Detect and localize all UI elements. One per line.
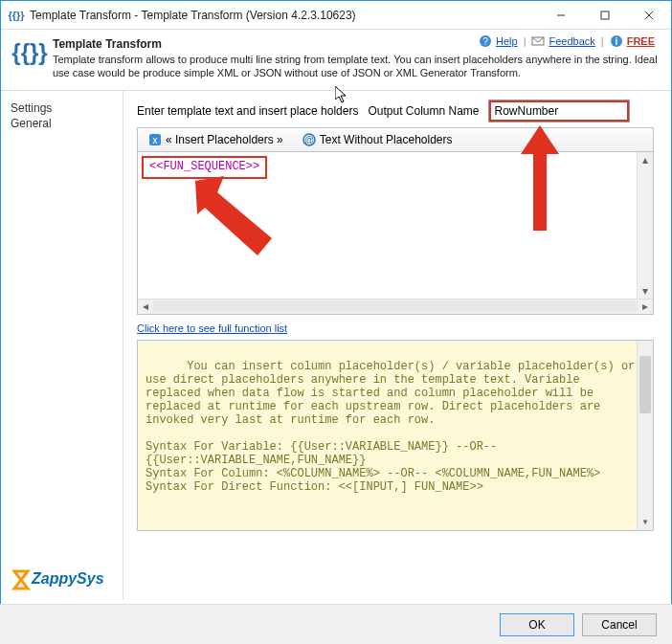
help-links: ? Help | Feedback | i FREE (479, 34, 655, 48)
svg-text:i: i (615, 36, 617, 47)
feedback-link[interactable]: Feedback (549, 35, 594, 47)
cancel-button[interactable]: Cancel (582, 613, 657, 636)
help-link[interactable]: Help (496, 35, 518, 47)
free-link[interactable]: FREE (627, 35, 655, 47)
scroll-up-icon[interactable]: ▴ (638, 152, 653, 167)
header-subtitle: Template transform allows to produce mul… (53, 53, 658, 80)
footer: OK Cancel (0, 604, 672, 644)
output-column-label: Output Column Name (368, 104, 479, 118)
scroll-down-icon[interactable]: ▾ (638, 283, 653, 299)
template-editor[interactable]: <<FUN_SEQUENCE>> ▴ ▾ ◂ ▸ (137, 152, 654, 315)
sidebar-item-settings[interactable]: Settings (11, 100, 113, 116)
at-icon: @ (302, 133, 316, 146)
help-icon: ? (479, 34, 492, 48)
sidebar: Settings General ZappySys (1, 91, 123, 600)
ok-button[interactable]: OK (500, 613, 574, 636)
svg-text:?: ? (482, 36, 488, 47)
enter-template-label: Enter template text and insert place hol… (137, 104, 358, 118)
scroll-thumb[interactable] (639, 356, 651, 413)
window-title: Template Transform - Template Transform … (30, 9, 539, 22)
syntax-info-text: You can insert column placeholder(s) / v… (146, 360, 642, 494)
scroll-right-icon[interactable]: ▸ (638, 300, 653, 313)
minimize-button[interactable] (539, 1, 583, 30)
zappysys-logo: ZappySys (11, 569, 113, 590)
svg-marker-10 (14, 571, 28, 588)
full-function-list-link[interactable]: Click here to see full function list (137, 322, 287, 334)
svg-text:@: @ (304, 135, 314, 145)
insert-icon: x (148, 133, 162, 146)
main-area: Settings General ZappySys Enter template… (1, 90, 671, 600)
transform-icon: {{}} (14, 37, 45, 68)
close-button[interactable] (627, 1, 671, 30)
insert-placeholders-button[interactable]: x « Insert Placeholders » (142, 130, 290, 149)
scroll-down-icon[interactable]: ▾ (638, 515, 653, 530)
info-vscrollbar[interactable]: ▴ ▾ (637, 341, 653, 530)
editor-hscrollbar[interactable]: ◂ ▸ (138, 299, 653, 314)
sidebar-item-general[interactable]: General (11, 116, 113, 131)
insert-placeholders-label: « Insert Placeholders » (166, 133, 283, 146)
feedback-icon (531, 34, 545, 48)
editor-toolbar: x « Insert Placeholders » @ Text Without… (137, 127, 654, 152)
info-icon: i (610, 34, 623, 48)
content-pane: Enter template text and insert place hol… (123, 91, 671, 600)
text-without-placeholders-button[interactable]: @ Text Without Placeholders (296, 130, 459, 149)
editor-vscrollbar[interactable]: ▴ ▾ (637, 152, 653, 299)
app-icon: {{}} (9, 8, 24, 23)
maximize-button[interactable] (583, 1, 627, 30)
syntax-info-box: You can insert column placeholder(s) / v… (137, 340, 654, 531)
svg-rect-1 (601, 11, 609, 19)
svg-text:x: x (153, 135, 158, 145)
output-column-input[interactable] (489, 100, 629, 122)
placeholder-token: <<FUN_SEQUENCE>> (142, 156, 267, 179)
text-without-placeholders-label: Text Without Placeholders (320, 133, 453, 146)
titlebar: {{}} Template Transform - Template Trans… (1, 1, 671, 30)
scroll-left-icon[interactable]: ◂ (138, 300, 153, 313)
